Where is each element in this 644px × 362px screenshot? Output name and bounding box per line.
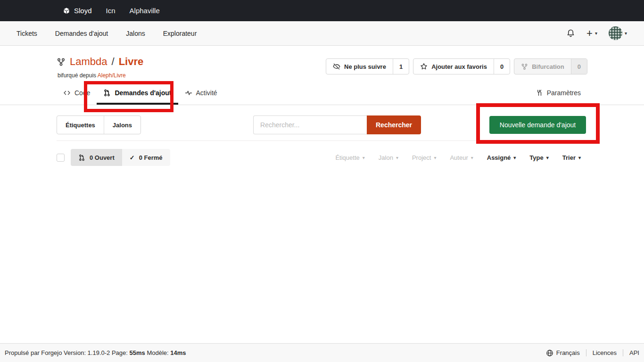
open-closed-toggle: 0 Ouvert 0 Fermé xyxy=(71,149,170,166)
nav-item-tickets[interactable]: Tickets xyxy=(17,30,37,37)
search-button[interactable]: Rechercher xyxy=(367,115,421,134)
page: Sloyd Icn Alphaville Tickets Demandes d'… xyxy=(0,0,644,362)
powered-by-text: Propulsé par Forgejo xyxy=(5,349,62,356)
section-divider xyxy=(57,140,587,141)
brand-home-link[interactable]: Sloyd xyxy=(63,7,92,15)
watchers-count[interactable]: 1 xyxy=(393,59,409,74)
globe-icon xyxy=(546,349,553,357)
labels-milestones-group: Étiquettes Jalons xyxy=(57,115,141,134)
tab-code[interactable]: Code xyxy=(57,84,97,105)
git-pull-request-icon xyxy=(78,154,85,161)
milestones-button[interactable]: Jalons xyxy=(104,116,140,134)
unwatch-button[interactable]: Ne plus suivre 1 xyxy=(326,58,409,74)
unwatch-label: Ne plus suivre xyxy=(344,63,386,70)
fork-button: Bifurcation 0 xyxy=(514,58,587,74)
fork-icon xyxy=(521,63,528,70)
tab-activity[interactable]: Activité xyxy=(178,84,224,105)
issues-toolbar: Étiquettes Jalons Rechercher Nouvelle de… xyxy=(57,115,587,134)
version-text: Version: 1.19.0-2 xyxy=(64,349,110,356)
fork-note-text: bifurqué depuis xyxy=(58,72,96,79)
tab-activity-label: Activité xyxy=(196,89,217,97)
closed-filter-label: 0 Fermé xyxy=(139,154,163,161)
top-bar: Sloyd Icn Alphaville xyxy=(0,0,644,21)
api-link[interactable]: API xyxy=(623,349,639,356)
search-input[interactable] xyxy=(253,115,367,134)
tab-settings[interactable]: Paramètres xyxy=(529,84,587,105)
repo-name-link[interactable]: Livre xyxy=(119,56,144,68)
closed-filter[interactable]: 0 Fermé xyxy=(122,149,170,166)
pulse-icon xyxy=(185,89,192,97)
footer-links: Français Licences API xyxy=(540,349,639,357)
select-all-checkbox[interactable] xyxy=(57,154,65,162)
repo-title: Lambda / Livre xyxy=(57,56,143,68)
tab-pull-requests-label: Demandes d'ajout xyxy=(115,89,171,97)
nav-item-milestones[interactable]: Jalons xyxy=(126,30,145,37)
page-time-label: Page: xyxy=(112,349,128,356)
nav-item-explore[interactable]: Explorateur xyxy=(163,30,197,37)
tools-icon xyxy=(536,89,543,97)
star-icon xyxy=(420,63,428,70)
footer-info: Propulsé par Forgejo Version: 1.19.0-2 P… xyxy=(5,349,186,356)
footer: Propulsé par Forgejo Version: 1.19.0-2 P… xyxy=(0,343,644,362)
empty-content-area xyxy=(0,166,644,343)
fork-origin-link[interactable]: Aleph/Livre xyxy=(98,72,126,79)
language-selector[interactable]: Français xyxy=(540,349,586,357)
check-icon xyxy=(130,154,135,161)
chevron-down-icon xyxy=(471,155,473,160)
user-menu[interactable] xyxy=(609,26,627,40)
topbar-link-alphaville[interactable]: Alphaville xyxy=(130,7,160,15)
brand-label: Sloyd xyxy=(74,7,92,15)
filter-menus: Étiquette Jalon Project Auteur Assigné T… xyxy=(335,154,581,161)
open-filter-label: 0 Ouvert xyxy=(90,154,115,161)
open-filter[interactable]: 0 Ouvert xyxy=(71,149,122,166)
title-separator: / xyxy=(112,56,115,68)
forks-count: 0 xyxy=(571,59,587,74)
filter-sort-dropdown[interactable]: Trier xyxy=(562,154,581,161)
git-pull-request-icon xyxy=(103,89,111,97)
eye-slash-icon xyxy=(333,63,340,70)
filter-bar: 0 Ouvert 0 Fermé Étiquette Jalon Project… xyxy=(57,149,587,166)
topbar-link-icn[interactable]: Icn xyxy=(106,7,116,15)
tab-code-label: Code xyxy=(74,89,90,97)
fork-note: bifurqué depuis Aleph/Livre xyxy=(58,72,143,79)
tab-pull-requests[interactable]: Demandes d'ajout xyxy=(97,84,178,105)
search-combo: Rechercher xyxy=(253,115,421,134)
licenses-link[interactable]: Licences xyxy=(586,349,623,356)
chevron-down-icon xyxy=(396,155,398,160)
filter-milestone-dropdown[interactable]: Jalon xyxy=(379,154,398,161)
chevron-down-icon xyxy=(513,155,516,160)
filter-assignee-dropdown[interactable]: Assigné xyxy=(487,154,516,161)
filter-author-dropdown[interactable]: Auteur xyxy=(450,154,473,161)
labels-button[interactable]: Étiquettes xyxy=(57,116,104,134)
filter-project-dropdown[interactable]: Project xyxy=(412,154,437,161)
page-time-value: 55ms xyxy=(130,349,145,356)
sloyd-logo-icon xyxy=(63,7,70,15)
chevron-down-icon xyxy=(434,155,436,160)
plus-icon: + xyxy=(586,28,593,39)
chevron-down-icon xyxy=(625,31,627,36)
template-time-label: Modèle: xyxy=(147,349,168,356)
repo-header: Lambda / Livre bifurqué depuis Aleph/Liv… xyxy=(57,46,587,79)
tab-settings-label: Paramètres xyxy=(547,89,581,97)
filter-label-dropdown[interactable]: Étiquette xyxy=(335,154,364,161)
repo-owner-link[interactable]: Lambda xyxy=(70,56,107,68)
new-pull-request-button[interactable]: Nouvelle demande d'ajout xyxy=(489,116,586,134)
star-button[interactable]: Ajouter aux favoris 0 xyxy=(413,58,510,74)
chevron-down-icon xyxy=(363,155,365,160)
fork-label: Bifurcation xyxy=(532,63,564,70)
template-time-value: 14ms xyxy=(170,349,186,356)
main-nav-bar: Tickets Demandes d'ajout Jalons Explorat… xyxy=(0,21,644,46)
notifications-bell-icon[interactable] xyxy=(566,29,575,38)
chevron-down-icon xyxy=(578,155,581,160)
fork-icon xyxy=(57,58,66,66)
filter-type-dropdown[interactable]: Type xyxy=(529,154,548,161)
language-label: Français xyxy=(556,349,580,356)
stars-count[interactable]: 0 xyxy=(494,59,510,74)
code-icon xyxy=(63,89,71,97)
nav-item-pull-requests[interactable]: Demandes d'ajout xyxy=(55,30,108,37)
star-label: Ajouter aux favoris xyxy=(431,63,487,70)
chevron-down-icon xyxy=(546,155,549,160)
avatar xyxy=(609,26,622,40)
create-new-button[interactable]: + xyxy=(586,28,597,39)
chevron-down-icon xyxy=(595,31,597,36)
